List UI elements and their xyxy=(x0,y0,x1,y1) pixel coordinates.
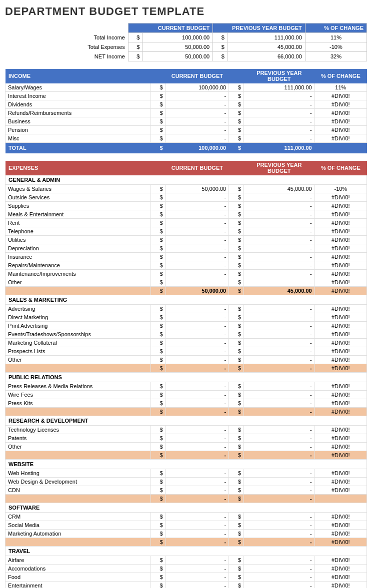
expenses-col-prev: PREVIOUS YEAR BUDGET xyxy=(244,161,315,175)
income-row-curr: - xyxy=(166,109,229,117)
income-row-prev: 111,000.00 xyxy=(244,83,315,92)
income-row-dollar1: $ xyxy=(150,109,166,117)
expenses-row-label: Supplies xyxy=(6,202,151,210)
expenses-row-label: Prospects Lists xyxy=(6,347,151,356)
income-row-dollar1: $ xyxy=(150,100,166,109)
expenses-row-label: Outside Services xyxy=(6,193,151,202)
expenses-col-curr: CURRENT BUDGET xyxy=(166,161,229,175)
expenses-row-label: Events/Tradeshows/Sponsorships xyxy=(6,330,151,339)
expenses-row-label: Wire Fees xyxy=(6,391,151,399)
expenses-subsection-header: GENERAL & ADMIN xyxy=(6,175,367,185)
expenses-row: Other $ - $ - #DIV/0! xyxy=(6,278,367,287)
income-col-pct: % OF CHANGE xyxy=(314,69,366,83)
summary-income-label: Total Income xyxy=(5,33,128,42)
expenses-row: Technology Licenses $ - $ - #DIV/0! xyxy=(6,426,367,434)
income-row: Dividends $ - $ - #DIV/0! xyxy=(6,100,367,109)
income-row-label: Misc xyxy=(6,134,151,143)
income-row-label: Interest Income xyxy=(6,92,151,100)
expenses-subtotal-row: $ - $ - #DIV/0! xyxy=(6,364,367,373)
expenses-row-label: Other xyxy=(6,356,151,364)
income-row-prev: - xyxy=(244,100,315,109)
income-row-pct: #DIV/0! xyxy=(314,109,366,117)
income-row-label: Business xyxy=(6,117,151,126)
expenses-row: Press Kits $ - $ - #DIV/0! xyxy=(6,399,367,408)
expenses-row-label: Insurance xyxy=(6,253,151,261)
expenses-row: Other $ - $ - #DIV/0! xyxy=(6,443,367,451)
income-row-label: Salary/Wages xyxy=(6,83,151,92)
expenses-row-label: Web Hosting xyxy=(6,469,151,478)
income-total-row: TOTAL $ 100,000.00 $ 111,000.00 xyxy=(6,143,367,153)
summary-row-income: Total Income $ 100,000.00 $ 111,000.00 1… xyxy=(5,33,367,42)
income-row-dollar1: $ xyxy=(150,126,166,134)
income-row-dollar2: $ xyxy=(229,83,244,92)
expenses-row: Direct Marketing $ - $ - #DIV/0! xyxy=(6,313,367,322)
expenses-row-label: Depreciation xyxy=(6,244,151,253)
expenses-row-label: Press Releases & Media Relations xyxy=(6,382,151,391)
expenses-row: Prospects Lists $ - $ - #DIV/0! xyxy=(6,347,367,356)
expenses-subtotal-row: $ - $ - #DIV/0! xyxy=(6,451,367,460)
summary-table: CURRENT BUDGET PREVIOUS YEAR BUDGET % OF… xyxy=(5,23,367,61)
income-row: Business $ - $ - #DIV/0! xyxy=(6,117,367,126)
income-table: INCOME CURRENT BUDGET PREVIOUS YEAR BUDG… xyxy=(5,68,367,153)
expenses-row: Press Releases & Media Relations $ - $ -… xyxy=(6,382,367,391)
expenses-row-label: Wages & Salaries xyxy=(6,185,151,193)
income-row-pct: #DIV/0! xyxy=(314,134,366,143)
income-col-prev: PREVIOUS YEAR BUDGET xyxy=(244,69,315,83)
expenses-row-label: Press Kits xyxy=(6,399,151,408)
income-row-dollar2: $ xyxy=(229,100,244,109)
expenses-row-label: Meals & Entertainment xyxy=(6,210,151,219)
expenses-subsection-header: WEBSITE xyxy=(6,460,367,469)
expenses-row-label: Accomodations xyxy=(6,565,151,573)
expenses-row: Events/Tradeshows/Sponsorships $ - $ - #… xyxy=(6,330,367,339)
income-row-label: Pension xyxy=(6,126,151,134)
summary-header-pct: % OF CHANGE xyxy=(305,23,366,33)
expenses-row: Supplies $ - $ - #DIV/0! xyxy=(6,202,367,210)
expenses-subsection-header: SALES & MARKETING xyxy=(6,295,367,305)
summary-header-current: CURRENT BUDGET xyxy=(128,23,212,33)
expenses-row-label: Social Media xyxy=(6,521,151,530)
expenses-subsection-header: RESEARCH & DEVELOPMENT xyxy=(6,416,367,426)
expenses-row: Patents $ - $ - #DIV/0! xyxy=(6,434,367,443)
expenses-col-pct: % OF CHANGE xyxy=(314,161,366,175)
income-row-dollar2: $ xyxy=(229,92,244,100)
income-row-prev: - xyxy=(244,109,315,117)
income-row-pct: #DIV/0! xyxy=(314,92,366,100)
expenses-row-label: Utilities xyxy=(6,236,151,244)
expenses-row-label: Repairs/Maintenance xyxy=(6,261,151,270)
expenses-section-header: EXPENSES CURRENT BUDGET PREVIOUS YEAR BU… xyxy=(6,161,367,175)
expenses-row: Accomodations $ - $ - #DIV/0! xyxy=(6,565,367,573)
expenses-row-label: Airfare xyxy=(6,556,151,565)
income-section-header: INCOME CURRENT BUDGET PREVIOUS YEAR BUDG… xyxy=(6,69,367,83)
expenses-row-label: CRM xyxy=(6,513,151,521)
expenses-row-label: Rent xyxy=(6,219,151,227)
summary-header-prev: PREVIOUS YEAR BUDGET xyxy=(213,23,306,33)
income-row-pct: #DIV/0! xyxy=(314,100,366,109)
expenses-row-label: Patents xyxy=(6,434,151,443)
expenses-header-label: EXPENSES xyxy=(6,161,151,175)
summary-row-expenses: Total Expenses $ 50,000.00 $ 45,000.00 -… xyxy=(5,42,367,52)
expenses-row: Wages & Salaries $ 50,000.00 $ 45,000.00… xyxy=(6,185,367,193)
income-row-dollar1: $ xyxy=(150,117,166,126)
expenses-subtotal-row: $ - $ - #DIV/0! xyxy=(6,538,367,547)
expenses-row: Wire Fees $ - $ - #DIV/0! xyxy=(6,391,367,399)
expenses-row: Outside Services $ - $ - #DIV/0! xyxy=(6,193,367,202)
income-row-curr: - xyxy=(166,134,229,143)
income-row: Interest Income $ - $ - #DIV/0! xyxy=(6,92,367,100)
expenses-row: Web Hosting $ - $ - #DIV/0! xyxy=(6,469,367,478)
expenses-row: Utilities $ - $ - #DIV/0! xyxy=(6,236,367,244)
income-row: Refunds/Reimbursements $ - $ - #DIV/0! xyxy=(6,109,367,117)
expenses-subtotal-row: $ - $ - xyxy=(6,495,367,503)
expenses-row: Repairs/Maintenance $ - $ - #DIV/0! xyxy=(6,261,367,270)
expenses-subsection-header: PUBLIC RELATIONS xyxy=(6,373,367,382)
income-row-prev: - xyxy=(244,117,315,126)
expenses-row: Food $ - $ - #DIV/0! xyxy=(6,573,367,582)
expenses-row-label: Direct Marketing xyxy=(6,313,151,322)
expenses-row: CRM $ - $ - #DIV/0! xyxy=(6,513,367,521)
expenses-table: EXPENSES CURRENT BUDGET PREVIOUS YEAR BU… xyxy=(5,160,367,588)
income-row-pct: #DIV/0! xyxy=(314,126,366,134)
income-total-label: TOTAL xyxy=(6,143,151,153)
income-row-prev: - xyxy=(244,134,315,143)
expenses-subsection-header: SOFTWARE xyxy=(6,503,367,513)
income-row-prev: - xyxy=(244,92,315,100)
income-col-curr: CURRENT BUDGET xyxy=(166,69,229,83)
